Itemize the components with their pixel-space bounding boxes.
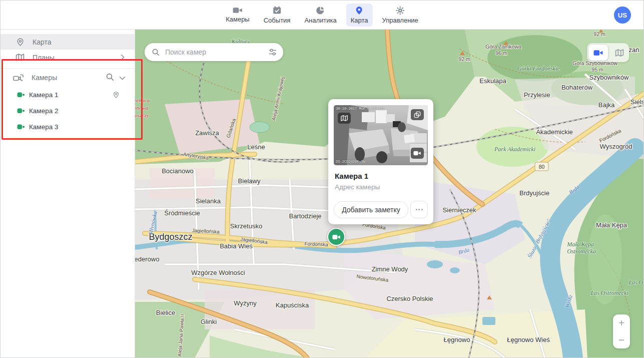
map-label: Bocianowo — [162, 167, 194, 175]
map-label: Zawisza — [195, 129, 219, 137]
add-note-button[interactable]: Добавить заметку — [334, 201, 408, 218]
more-icon — [418, 209, 420, 210]
video-camera-icon — [232, 7, 243, 14]
gear-icon — [396, 6, 405, 15]
tab-events[interactable]: События — [259, 4, 295, 27]
sidebar-item-label: Карта — [33, 38, 128, 46]
cameras-section-header[interactable]: Камеры — [1, 69, 135, 87]
sidebar-item-label: Планы — [33, 54, 121, 62]
map-label: Ostromecka — [567, 248, 596, 255]
map-label: Czersko Polskie — [386, 295, 433, 302]
more-icon — [421, 209, 423, 210]
live-video-icon[interactable] — [411, 148, 424, 159]
sidebar: Карта Планы Камеры — [1, 29, 135, 357]
svg-text:80: 80 — [539, 164, 545, 170]
map-label: Strzelnica — [135, 97, 150, 103]
map-label: Bielawy — [238, 177, 261, 185]
zoom-in-button[interactable]: + — [613, 314, 630, 331]
more-options-button[interactable] — [410, 201, 428, 218]
search-icon — [152, 48, 160, 56]
camera-list-item[interactable]: Камера 2 — [1, 103, 135, 119]
camera-name: Камера 2 — [29, 107, 128, 115]
cameras-group-icon — [13, 74, 25, 82]
map-label: Śródmieście — [164, 209, 200, 217]
map-label: garnizonowa — [135, 105, 149, 111]
camera-search-bar — [145, 43, 283, 61]
map-layer-button[interactable] — [609, 45, 629, 61]
show-on-map-button[interactable] — [338, 113, 351, 124]
map-label: Las Ostromecki — [628, 279, 643, 286]
copy-view-icon[interactable] — [411, 109, 424, 120]
location-pin-icon — [355, 6, 364, 15]
map-label: Kapuściska — [276, 301, 309, 309]
camera-map-marker[interactable] — [327, 228, 345, 246]
camera-list-item[interactable]: Камера 3 — [1, 119, 135, 135]
tab-label: Камеры — [226, 16, 250, 23]
tab-label: Карта — [351, 17, 368, 24]
map-label: 96 m — [495, 50, 507, 56]
search-input[interactable] — [164, 48, 268, 57]
filter-sliders-icon[interactable] — [268, 48, 277, 56]
zoom-out-button[interactable]: − — [613, 331, 630, 348]
popup-camera-address: Адрес камеры — [335, 183, 380, 191]
top-navigation: Камеры События Аналитика Карта Управлени… — [1, 1, 643, 30]
map-label: Szybowników — [589, 74, 629, 81]
map-label: Bartodzieje — [289, 212, 321, 220]
map-label: Fordońska — [304, 241, 328, 247]
map-label: Bydgoszcz — [149, 232, 192, 242]
zoom-control: + − — [613, 314, 630, 348]
map-label: 95 m — [591, 67, 603, 73]
search-cameras-icon[interactable] — [106, 73, 114, 83]
cameras-layer-button[interactable] — [588, 45, 608, 61]
camera-list: Камера 1Камера 2Камера 3 — [1, 87, 135, 135]
tab-analytics[interactable]: Аналитика — [300, 4, 341, 27]
camera-name: Камера 1 — [29, 91, 113, 99]
camera-thumbnail[interactable]: 30-10-2017 Mon 04:54:21 DS-2CD2420F-IW — [334, 105, 428, 165]
tab-management[interactable]: Управление — [378, 4, 423, 27]
chevron-right-icon — [121, 54, 125, 61]
sidebar-item-map[interactable]: Карта — [1, 34, 135, 50]
tab-map[interactable]: Карта — [346, 4, 373, 27]
cameras-section-label: Камеры — [32, 74, 106, 82]
map-label: zań — [629, 46, 639, 54]
map-label: 92 m — [458, 56, 470, 62]
nav-tabs: Камеры События Аналитика Карта Управлени… — [221, 1, 423, 29]
map-label: Szwederowo — [135, 255, 159, 263]
map-label: Bielice — [156, 309, 175, 316]
pinned-location-icon[interactable] — [113, 91, 120, 99]
map-label: Eskulapa — [479, 77, 506, 85]
camera-status-icon — [17, 108, 26, 114]
popup-camera-title: Камера 1 — [335, 172, 368, 180]
sidebar-item-plans[interactable]: Планы — [1, 50, 135, 65]
tab-label: События — [264, 17, 291, 24]
map-label: Sielska — [630, 98, 643, 106]
map-label: Bohaterów — [561, 84, 593, 91]
chevron-down-icon[interactable] — [119, 73, 126, 82]
map-label: Park Akademicki — [494, 146, 535, 153]
map-label: Zimne Wody — [372, 265, 408, 273]
tab-label: Аналитика — [304, 17, 336, 24]
map-label: Bajka — [598, 101, 615, 109]
camera-status-icon — [17, 92, 26, 98]
map-label: Wyszogród — [600, 143, 632, 150]
folded-map-icon — [15, 53, 26, 62]
app-window: 80 ZawiszaLeśneBocianowoBielawySielankaŚ… — [0, 0, 644, 358]
user-avatar[interactable]: US — [614, 7, 631, 24]
map-label: Mała Kępa — [566, 241, 594, 248]
map-label: Mała Kępa — [596, 221, 627, 229]
camera-popup-card: 30-10-2017 Mon 04:54:21 DS-2CD2420F-IW К… — [328, 99, 433, 224]
camera-name: Камера 3 — [29, 123, 128, 131]
map-label: Skrzetusko — [230, 222, 262, 230]
map-area: 80 ZawiszaLeśneBocianowoBielawySielankaŚ… — [135, 29, 643, 357]
tab-label: Управление — [382, 17, 418, 24]
camera-list-item[interactable]: Камера 1 — [1, 87, 135, 103]
road-badge: 80 — [535, 162, 548, 171]
location-pin-outline-icon — [15, 38, 26, 47]
map-label: Brdyujście — [519, 189, 549, 197]
map-label: Glinki — [201, 318, 217, 325]
tab-cameras[interactable]: Камеры — [221, 4, 254, 26]
thumbnail-camera-model: DS-2CD2420F-IW — [336, 160, 365, 164]
map-label: Łęgnowo Wieś — [507, 336, 550, 343]
map-label: Sielanka — [196, 197, 221, 205]
map-label: Przylesie — [524, 91, 550, 99]
